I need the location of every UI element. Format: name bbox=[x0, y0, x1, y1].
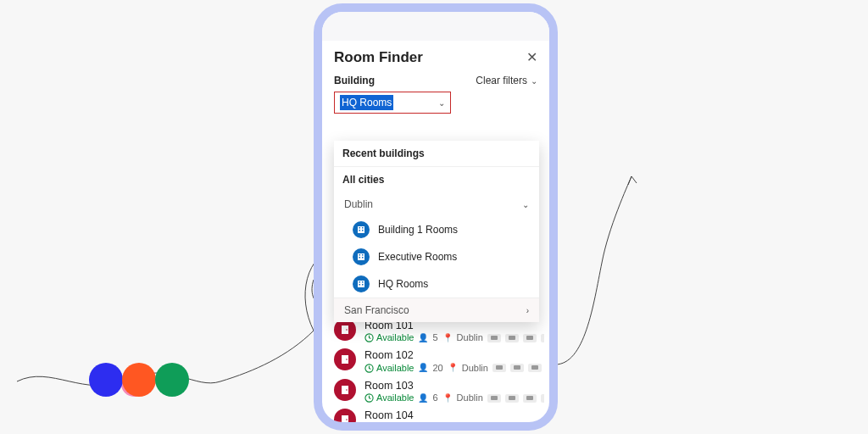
room-finder-pane: Room Finder ✕ Building Clear filters ⌄ H… bbox=[322, 41, 549, 422]
svg-point-16 bbox=[346, 329, 348, 331]
svg-rect-39 bbox=[514, 426, 520, 430]
svg-rect-12 bbox=[362, 281, 364, 283]
chevron-down-icon: ⌄ bbox=[438, 98, 445, 108]
room-item[interactable]: Room 103Available👤6📍Dublin bbox=[334, 379, 544, 403]
room-city: Dublin bbox=[462, 363, 488, 374]
city-label: San Francisco bbox=[344, 304, 409, 316]
chevron-down-icon: ⌄ bbox=[522, 200, 529, 209]
building-combobox[interactable]: HQ Rooms ⌄ bbox=[334, 92, 451, 114]
svg-rect-25 bbox=[496, 365, 503, 370]
room-city: Dublin bbox=[457, 392, 483, 403]
chevron-right-icon: › bbox=[526, 306, 529, 315]
room-icon bbox=[334, 348, 356, 370]
feature-icon bbox=[487, 394, 501, 403]
feature-icon bbox=[541, 334, 544, 342]
location-icon: 📍 bbox=[442, 333, 453, 343]
chevron-down-icon: ⌄ bbox=[531, 76, 537, 86]
room-capacity: 5 bbox=[432, 332, 437, 343]
building-option-label: Executive Rooms bbox=[378, 251, 457, 263]
room-capacity: 10 bbox=[432, 423, 442, 431]
svg-rect-3 bbox=[359, 230, 361, 231]
feature-icon bbox=[528, 424, 542, 431]
feature-icon bbox=[505, 394, 519, 403]
svg-rect-32 bbox=[509, 396, 515, 400]
location-icon: 📍 bbox=[448, 363, 458, 373]
building-option-label: Building 1 Rooms bbox=[378, 224, 458, 236]
availability-badge: Available bbox=[364, 363, 414, 374]
feature-icon bbox=[492, 424, 506, 431]
room-item[interactable]: Room 102Available👤20📍Dublin bbox=[334, 348, 544, 373]
device-frame: Room Finder ✕ Building Clear filters ⌄ H… bbox=[314, 3, 558, 431]
location-icon: 📍 bbox=[442, 393, 453, 403]
room-item[interactable]: Room 104Available👤10📍Dublin bbox=[334, 409, 544, 431]
clear-filters-label: Clear filters bbox=[476, 75, 527, 86]
availability-badge: Available bbox=[364, 423, 414, 431]
dropdown-section-allcities: All cities bbox=[334, 167, 539, 192]
close-icon[interactable]: ✕ bbox=[526, 51, 537, 64]
availability-badge: Available bbox=[364, 392, 414, 403]
building-option-label: HQ Rooms bbox=[378, 278, 428, 290]
building-icon bbox=[353, 248, 370, 265]
location-icon: 📍 bbox=[448, 423, 458, 431]
feature-icon bbox=[523, 334, 537, 342]
svg-rect-13 bbox=[359, 284, 361, 286]
building-icon bbox=[353, 221, 370, 238]
feature-icon bbox=[487, 334, 501, 342]
pane-title: Room Finder bbox=[334, 49, 423, 66]
building-option[interactable]: Executive Rooms bbox=[334, 243, 539, 270]
svg-rect-5 bbox=[358, 253, 364, 260]
decorative-circles bbox=[89, 363, 188, 397]
svg-rect-26 bbox=[514, 365, 520, 370]
svg-rect-27 bbox=[531, 365, 538, 370]
building-option[interactable]: Building 1 Rooms bbox=[334, 216, 539, 243]
feature-icon bbox=[492, 364, 506, 372]
svg-rect-40 bbox=[531, 426, 538, 430]
clear-filters-button[interactable]: Clear filters ⌄ bbox=[476, 75, 537, 86]
room-name: Room 102 bbox=[364, 348, 544, 362]
capacity-icon: 👤 bbox=[418, 393, 428, 403]
availability-badge: Available bbox=[364, 332, 414, 343]
svg-rect-38 bbox=[496, 426, 503, 430]
capacity-icon: 👤 bbox=[418, 363, 428, 373]
room-capacity: 6 bbox=[432, 392, 437, 403]
room-suggestions-list: Room 101Available👤5📍DublinRoom 102Availa… bbox=[334, 319, 544, 431]
room-icon bbox=[334, 409, 356, 431]
feature-icon bbox=[505, 334, 519, 342]
svg-rect-8 bbox=[359, 257, 361, 259]
building-label: Building bbox=[334, 75, 375, 86]
device-statusbar bbox=[322, 12, 549, 41]
feature-icon bbox=[541, 394, 544, 403]
svg-rect-2 bbox=[362, 227, 364, 229]
room-capacity: 20 bbox=[432, 363, 442, 374]
building-dropdown: Recent buildings All cities Dublin ⌄ Bui… bbox=[334, 141, 539, 322]
svg-point-23 bbox=[346, 359, 348, 361]
svg-rect-14 bbox=[362, 284, 364, 286]
feature-icon bbox=[523, 394, 537, 403]
room-city: Dublin bbox=[462, 423, 488, 431]
city-item-sanfrancisco[interactable]: San Francisco › bbox=[334, 298, 539, 322]
svg-rect-31 bbox=[491, 396, 498, 400]
building-option[interactable]: HQ Rooms bbox=[334, 270, 539, 298]
city-item-dublin[interactable]: Dublin ⌄ bbox=[334, 192, 539, 216]
svg-rect-4 bbox=[362, 230, 364, 231]
svg-rect-0 bbox=[358, 226, 364, 233]
feature-icon bbox=[528, 364, 542, 372]
svg-rect-9 bbox=[362, 257, 364, 259]
svg-rect-10 bbox=[358, 281, 364, 287]
building-combobox-value: HQ Rooms bbox=[340, 95, 393, 110]
room-name: Room 103 bbox=[364, 379, 544, 392]
svg-rect-6 bbox=[359, 254, 361, 256]
capacity-icon: 👤 bbox=[418, 423, 428, 431]
feature-icon bbox=[510, 364, 524, 372]
room-icon bbox=[334, 379, 356, 401]
feature-icon bbox=[510, 424, 524, 431]
dropdown-section-recent: Recent buildings bbox=[334, 141, 539, 167]
svg-point-36 bbox=[346, 420, 348, 421]
room-name: Room 104 bbox=[364, 409, 544, 422]
svg-point-37 bbox=[365, 425, 373, 431]
room-item[interactable]: Room 101Available👤5📍Dublin bbox=[334, 319, 544, 343]
svg-rect-7 bbox=[362, 254, 364, 256]
svg-point-29 bbox=[346, 389, 348, 391]
capacity-icon: 👤 bbox=[418, 333, 428, 343]
svg-rect-33 bbox=[526, 396, 533, 400]
